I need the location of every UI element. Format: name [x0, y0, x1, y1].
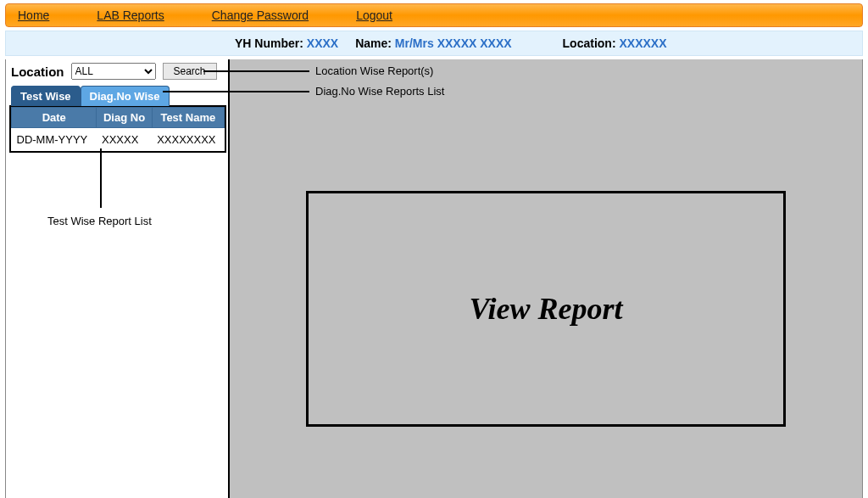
name-label: Name: — [355, 36, 392, 50]
nav-home[interactable]: Home — [18, 8, 49, 22]
location-label: Location: — [563, 36, 616, 50]
search-row: Location ALL Search — [6, 59, 228, 85]
yh-number-label: YH Number: — [235, 36, 303, 50]
col-date: Date — [12, 108, 97, 128]
left-pane: Location ALL Search Test Wise Diag.No Wi… — [6, 59, 228, 498]
col-diag-no: Diag No — [97, 108, 152, 128]
search-location-label: Location — [11, 64, 64, 79]
info-bar: YH Number: XXXX Name: Mr/Mrs XXXXX XXXX … — [5, 31, 863, 56]
tab-diag-no-wise[interactable]: Diag.No Wise — [81, 86, 170, 106]
main-area: Location ALL Search Test Wise Diag.No Wi… — [5, 59, 863, 498]
location-value: XXXXXX — [619, 36, 666, 50]
nav-lab-reports[interactable]: LAB Reports — [97, 8, 164, 22]
nav-bar: Home LAB Reports Change Password Logout — [5, 3, 863, 27]
view-report-title: View Report — [469, 291, 622, 327]
view-report-box: View Report — [306, 191, 786, 427]
cell-test-name: XXXXXXXX — [152, 128, 224, 152]
col-test-name: Test Name — [152, 108, 224, 128]
search-button[interactable]: Search — [163, 63, 217, 80]
cell-diag-no: XXXXX — [97, 128, 152, 152]
nav-change-password[interactable]: Change Password — [212, 8, 309, 22]
tab-test-wise[interactable]: Test Wise — [11, 86, 81, 106]
report-table: Date Diag No Test Name DD-MM-YYYY XXXXX … — [11, 107, 225, 151]
yh-number-value: XXXX — [307, 36, 338, 50]
name-value: Mr/Mrs XXXXX XXXX — [395, 36, 512, 50]
table-row[interactable]: DD-MM-YYYY XXXXX XXXXXXXX — [12, 128, 225, 152]
tabs: Test Wise Diag.No Wise — [6, 85, 228, 105]
location-select[interactable]: ALL — [71, 63, 156, 80]
cell-date: DD-MM-YYYY — [12, 128, 97, 152]
nav-logout[interactable]: Logout — [356, 8, 392, 22]
report-viewer-pane: View Report — [228, 59, 862, 498]
report-table-wrap: Date Diag No Test Name DD-MM-YYYY XXXXX … — [9, 105, 226, 153]
